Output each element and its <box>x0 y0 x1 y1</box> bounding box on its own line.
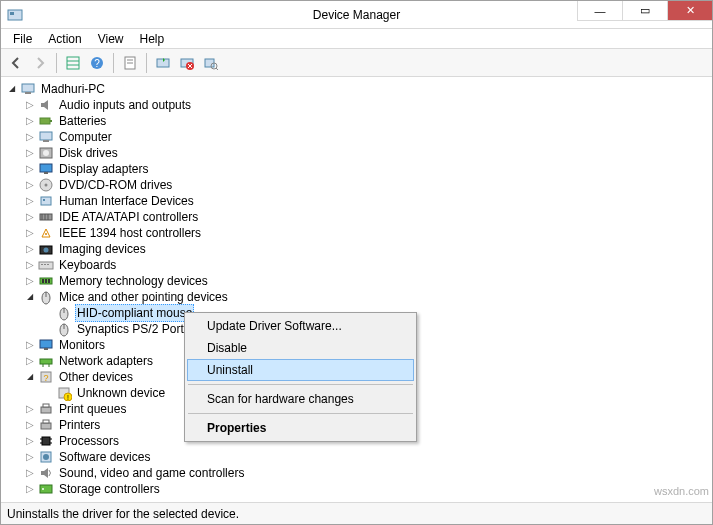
expand-icon[interactable]: ▷ <box>23 98 37 112</box>
keyboard-icon <box>38 257 54 273</box>
expand-icon[interactable]: ▷ <box>23 258 37 272</box>
printer-icon <box>38 417 54 433</box>
context-menu-separator <box>188 384 413 385</box>
maximize-button[interactable]: ▭ <box>622 1 667 21</box>
svg-rect-67 <box>42 437 50 445</box>
mouse-icon <box>56 305 72 321</box>
help-button[interactable]: ? <box>86 52 108 74</box>
svg-rect-23 <box>43 140 49 142</box>
expand-icon[interactable]: ▷ <box>23 130 37 144</box>
tree-node[interactable]: ▷Audio inputs and outputs <box>1 97 712 113</box>
expand-icon[interactable]: ▷ <box>23 434 37 448</box>
update-driver-icon <box>156 56 170 70</box>
expand-icon[interactable]: ▷ <box>23 482 37 496</box>
tree-node[interactable]: ▷Batteries <box>1 113 712 129</box>
tree-node[interactable]: ▷Software devices <box>1 449 712 465</box>
expand-icon[interactable]: ▷ <box>23 242 37 256</box>
expand-icon[interactable]: ▷ <box>23 354 37 368</box>
tree-node[interactable]: ▷Keyboards <box>1 257 712 273</box>
expand-icon[interactable]: ▷ <box>23 226 37 240</box>
context-menu: Update Driver Software...DisableUninstal… <box>184 312 417 442</box>
monitor-icon <box>38 337 54 353</box>
collapse-icon[interactable]: ◢ <box>23 290 37 304</box>
tree-node[interactable]: ▷Human Interface Devices <box>1 193 712 209</box>
expand-icon[interactable]: ▷ <box>23 402 37 416</box>
tree-node-label: Human Interface Devices <box>57 193 196 209</box>
menu-file[interactable]: File <box>5 30 40 48</box>
tree-node-label: Storage controllers <box>57 481 162 497</box>
tree-node[interactable]: ▷Computer <box>1 129 712 145</box>
list-icon <box>66 56 80 70</box>
expand-icon[interactable]: ▷ <box>23 162 37 176</box>
expand-icon[interactable]: ▷ <box>23 114 37 128</box>
svg-text:!: ! <box>67 394 69 401</box>
properties-button[interactable] <box>119 52 141 74</box>
toolbar: ? <box>1 49 712 77</box>
svg-rect-26 <box>40 164 52 172</box>
expand-icon[interactable]: ▷ <box>23 194 37 208</box>
minimize-button[interactable]: — <box>577 1 622 21</box>
svg-point-75 <box>42 488 44 490</box>
tree-node[interactable]: ▷Disk drives <box>1 145 712 161</box>
tree-node[interactable]: ▷Display adapters <box>1 161 712 177</box>
context-menu-separator <box>188 413 413 414</box>
expand-icon[interactable]: ▷ <box>23 418 37 432</box>
display-icon <box>38 161 54 177</box>
collapse-icon[interactable]: ◢ <box>5 82 19 96</box>
tree-node-label: Batteries <box>57 113 108 129</box>
imaging-icon <box>38 241 54 257</box>
svg-rect-18 <box>22 84 34 92</box>
tree-node[interactable]: ◢Mice and other pointing devices <box>1 289 712 305</box>
tree-node[interactable]: ◢Madhuri-PC <box>1 81 712 97</box>
forward-icon <box>33 56 47 70</box>
show-hide-tree-button[interactable] <box>62 52 84 74</box>
forward-button[interactable] <box>29 52 51 74</box>
tree-node-label: Keyboards <box>57 257 118 273</box>
context-menu-item[interactable]: Properties <box>187 417 414 439</box>
close-button[interactable]: ✕ <box>667 1 712 21</box>
tree-node[interactable]: ▷Storage controllers <box>1 481 712 497</box>
scan-hardware-icon <box>204 56 218 70</box>
context-menu-item[interactable]: Uninstall <box>187 359 414 381</box>
tree-node-label: Sound, video and game controllers <box>57 465 246 481</box>
svg-rect-64 <box>43 404 49 407</box>
collapse-icon[interactable]: ◢ <box>23 370 37 384</box>
expand-icon[interactable]: ▷ <box>23 466 37 480</box>
uninstall-button[interactable] <box>176 52 198 74</box>
expand-icon[interactable]: ▷ <box>23 146 37 160</box>
tree-node[interactable]: ▷IDE ATA/ATAPI controllers <box>1 209 712 225</box>
svg-rect-53 <box>40 340 52 348</box>
watermark: wsxdn.com <box>654 485 709 497</box>
tree-node-label: IDE ATA/ATAPI controllers <box>57 209 200 225</box>
mouse-icon <box>56 321 72 337</box>
context-menu-item[interactable]: Scan for hardware changes <box>187 388 414 410</box>
svg-rect-39 <box>39 262 53 269</box>
update-driver-button[interactable] <box>152 52 174 74</box>
help-icon: ? <box>90 56 104 70</box>
svg-rect-40 <box>41 264 43 265</box>
tree-node[interactable]: ▷Memory technology devices <box>1 273 712 289</box>
tree-node[interactable]: ▷IEEE 1394 host controllers <box>1 225 712 241</box>
computer-icon <box>38 129 54 145</box>
menu-view[interactable]: View <box>90 30 132 48</box>
scan-hardware-button[interactable] <box>200 52 222 74</box>
tree-node[interactable]: ▷Sound, video and game controllers <box>1 465 712 481</box>
tree-node-label: Audio inputs and outputs <box>57 97 193 113</box>
expand-icon[interactable]: ▷ <box>23 210 37 224</box>
expand-icon[interactable]: ▷ <box>23 450 37 464</box>
menu-action[interactable]: Action <box>40 30 89 48</box>
tree-node-label: Monitors <box>57 337 107 353</box>
context-menu-item[interactable]: Update Driver Software... <box>187 315 414 337</box>
svg-rect-41 <box>44 264 46 265</box>
svg-line-17 <box>216 68 218 70</box>
context-menu-item[interactable]: Disable <box>187 337 414 359</box>
expand-icon[interactable]: ▷ <box>23 338 37 352</box>
tree-node-label: Synaptics PS/2 Port <box>75 321 186 337</box>
tree-node[interactable]: ▷Imaging devices <box>1 241 712 257</box>
back-button[interactable] <box>5 52 27 74</box>
tree-node[interactable]: ▷DVD/CD-ROM drives <box>1 177 712 193</box>
menu-help[interactable]: Help <box>132 30 173 48</box>
expand-icon[interactable]: ▷ <box>23 178 37 192</box>
print-queue-icon <box>38 401 54 417</box>
expand-icon[interactable]: ▷ <box>23 274 37 288</box>
